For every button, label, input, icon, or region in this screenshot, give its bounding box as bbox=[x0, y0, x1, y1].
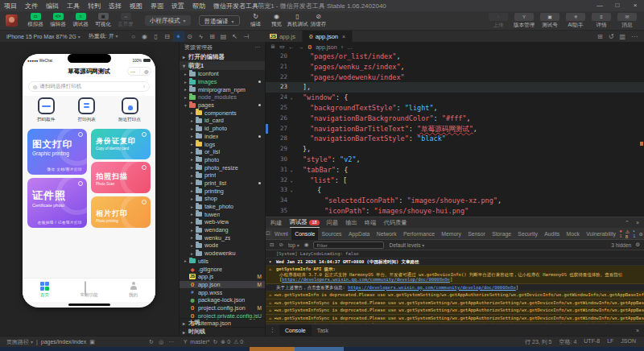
code-line-21[interactable]: 21"pages/wenku_zs/index", bbox=[266, 62, 644, 72]
编译-button[interactable]: ↻编译 bbox=[246, 13, 266, 28]
tree-item-app.json[interactable]: {}app.jsonM bbox=[180, 281, 265, 289]
code-line-22[interactable]: 22"pages/wodewenku/index" bbox=[266, 72, 644, 83]
phone-preview[interactable]: ●●●●● WeChat 100% 草莓源码网测试 ⋯ ◎ ◎ 请扫码选择打印机… bbox=[23, 54, 155, 308]
devtools-tab-Console[interactable]: Console bbox=[291, 228, 318, 240]
breadcrumb-file[interactable]: app.json bbox=[316, 44, 336, 50]
tree-item-wendang[interactable]: ▸wendang bbox=[180, 226, 265, 234]
kebab-icon[interactable]: ⋮ bbox=[266, 327, 279, 333]
project-root[interactable]: ▾萌宠1 bbox=[180, 61, 265, 70]
encoding[interactable]: UTF-8 bbox=[584, 338, 600, 346]
devtools-tab-Network[interactable]: Network bbox=[374, 228, 400, 240]
console-message-4[interactable]: ⚠ ▸wx.getSystemInfo is deprecated.Please… bbox=[266, 291, 644, 299]
menu-item-工具[interactable]: 工具 bbox=[63, 2, 84, 10]
code-line-20[interactable]: 20"pages/or_list/index", bbox=[266, 52, 644, 62]
devtools-tab-AppData[interactable]: AppData bbox=[345, 228, 374, 240]
tree-item-iconfont[interactable]: ▸iconfont bbox=[180, 70, 265, 78]
devtools-tab-Wxml[interactable]: Wxml bbox=[271, 228, 291, 240]
eye-icon[interactable]: ◉ bbox=[304, 242, 309, 248]
tree-item-index[interactable]: ▸index bbox=[180, 133, 265, 141]
split-editor-icon[interactable]: ⊞ bbox=[597, 33, 603, 40]
tree-item-photo_resize[interactable]: ▸photo_resize bbox=[180, 163, 265, 171]
详情-button[interactable]: ≡详情 bbox=[589, 13, 613, 29]
console-message-1[interactable]: ▾Wed Jan 21 2026 14:04:37 GMT+0800 (中国标准… bbox=[266, 258, 644, 266]
devtools-tab-Sensor[interactable]: Sensor bbox=[464, 228, 489, 240]
clear-console-icon[interactable]: ⊘ bbox=[279, 242, 283, 248]
menu-item-转到[interactable]: 转到 bbox=[84, 2, 105, 10]
warning-count[interactable]: ⚠ 0 bbox=[233, 339, 243, 345]
minimize-button[interactable]: — bbox=[591, 0, 609, 11]
printer-search-bar[interactable]: ◎ 请扫码选择打印机 › bbox=[28, 81, 150, 92]
rotate-icon[interactable]: ○ bbox=[128, 31, 139, 42]
code-editor[interactable]: 20"pages/or_list/index",21"pages/wenku_z… bbox=[266, 52, 644, 217]
panel-tab-输出[interactable]: 输出 bbox=[345, 219, 357, 227]
fold-icon[interactable]: ⌄ bbox=[287, 165, 295, 176]
exit-icon[interactable]: ◎ bbox=[144, 68, 148, 74]
消息-button[interactable]: ✉消息 bbox=[615, 13, 639, 29]
tree-item-project.config.json[interactable]: {}project.config.jsonM bbox=[180, 304, 265, 312]
card-图文打印[interactable]: 图文打印Graphic printing微信 文档/图片打印 bbox=[27, 129, 87, 175]
grid-icon[interactable]: ⊞ bbox=[207, 31, 218, 42]
menu-item-帮助[interactable]: 帮助 bbox=[188, 2, 209, 10]
filter-input[interactable]: Filter bbox=[313, 242, 384, 249]
levels-dropdown[interactable]: Default levels ▾ bbox=[389, 242, 424, 248]
dock-icon[interactable]: ⊣ bbox=[241, 31, 252, 42]
section-时间线[interactable]: ▸时间线 bbox=[180, 327, 265, 336]
code-line-27[interactable]: 27"navigationBarTitleText": "草莓源码网测试", bbox=[266, 124, 644, 134]
上传-button[interactable]: ↑上传 bbox=[486, 13, 510, 29]
menu-item-界面[interactable]: 界面 bbox=[147, 2, 167, 10]
panel-tab-问题[interactable]: 问题 bbox=[327, 219, 339, 227]
menu-item-设置[interactable]: 设置 bbox=[167, 2, 188, 10]
devtools-tab-Performance[interactable]: Performance bbox=[400, 228, 438, 240]
tree-item-id_card[interactable]: ▸id_card bbox=[180, 117, 265, 125]
menu-item-项目[interactable]: 项目 bbox=[0, 2, 21, 10]
真机调试-button[interactable]: ▯真机调试 bbox=[288, 13, 308, 28]
devtools-tab-Storage[interactable]: Storage bbox=[489, 228, 514, 240]
tree-item-logs[interactable]: ▸logs bbox=[180, 140, 265, 148]
hot-reload-toggle[interactable]: 热重载: 开 ▾ bbox=[89, 32, 118, 40]
tree-item-images[interactable]: ▸images bbox=[180, 78, 265, 86]
copy-icon[interactable]: ▣ bbox=[89, 339, 95, 345]
phone-tab-我的[interactable]: 我的 bbox=[111, 279, 155, 302]
tree-item-miniprogram_npm[interactable]: ▸miniprogram_npm bbox=[180, 85, 265, 93]
tree-item-wodewenku[interactable]: ▸wodewenku bbox=[180, 250, 265, 258]
tree-item-web-view[interactable]: ▸web-view bbox=[180, 218, 265, 226]
eol-setting[interactable]: LF bbox=[607, 338, 613, 346]
more-icon[interactable]: ⋯ bbox=[130, 68, 135, 74]
console-sidebar-icon[interactable]: ⊡ bbox=[270, 242, 274, 248]
code-line-26[interactable]: 26"navigationBarBackgroundColor": "#fff"… bbox=[266, 114, 644, 124]
device-frame-icon[interactable]: ▯ bbox=[151, 31, 162, 42]
card-拍照扫描[interactable]: 拍照扫描Photo Scan bbox=[91, 162, 151, 193]
tree-item-.gitignore[interactable]: ◆.gitignore bbox=[180, 265, 265, 273]
清缓存-button[interactable]: ⊘清缓存 bbox=[309, 13, 328, 28]
touch-icon[interactable]: ↖ bbox=[229, 31, 241, 42]
performance-icon[interactable]: ϟ bbox=[196, 31, 207, 42]
tree-item-wode[interactable]: ▸wode bbox=[180, 242, 265, 250]
doc-link[interactable]: https://developers.weixin.qq.com/communi… bbox=[282, 277, 450, 282]
bookmark-icon[interactable]: ▭ bbox=[279, 43, 285, 50]
close-button[interactable]: × bbox=[626, 0, 644, 11]
feature-扫码取件[interactable]: 扫码取件 bbox=[37, 97, 55, 128]
bottom-tab-Task[interactable]: Task bbox=[312, 324, 334, 337]
测试号-button[interactable]: ▣测试号 bbox=[538, 13, 562, 29]
code-line-23[interactable]: 23], bbox=[266, 82, 644, 93]
console-message-5[interactable]: ⚠ ▸wx.getSystemInfoSync is deprecated.Pl… bbox=[266, 299, 644, 308]
gear-icon[interactable]: ⚙ bbox=[635, 242, 640, 248]
sync-icon[interactable]: ↻ bbox=[213, 339, 217, 345]
tree-item-take_photo[interactable]: ▸take_photo bbox=[180, 203, 265, 211]
panel-tab-调试器[interactable]: 调试器18 bbox=[290, 217, 320, 228]
toggle-调试器[interactable]: ≈调试器 bbox=[70, 13, 91, 28]
page-path-dropdown[interactable]: 页面路径 ▾ bbox=[6, 338, 33, 346]
fold-icon[interactable]: ⌄ bbox=[287, 185, 295, 196]
menu-item-微信开发者工具[interactable]: 微信开发者工具 bbox=[209, 2, 262, 10]
AI助手-button[interactable]: ✳AI助手 bbox=[564, 13, 588, 29]
eye-icon[interactable]: ◎ bbox=[159, 339, 163, 345]
git-branch-name[interactable]: master* bbox=[190, 339, 209, 345]
device-selector[interactable]: iPhone 15 Pro Max 87% 2G ▾ bbox=[6, 34, 80, 39]
bottom-tab-Console[interactable]: Console bbox=[279, 324, 312, 337]
compile-mode-dropdown[interactable]: 普通编译▾ bbox=[199, 15, 240, 26]
error-count[interactable]: ⊗ 0 bbox=[221, 339, 230, 345]
console-message-3[interactable]: 关于上述警告，点击查看更多信息: https://developers.weix… bbox=[266, 284, 644, 292]
devtools-tab-Vulnerability[interactable]: Vulnerability bbox=[583, 228, 619, 240]
phone-tab-常用功能[interactable]: 常用功能 bbox=[67, 279, 111, 302]
expand-caret[interactable]: ▾ bbox=[269, 259, 271, 265]
